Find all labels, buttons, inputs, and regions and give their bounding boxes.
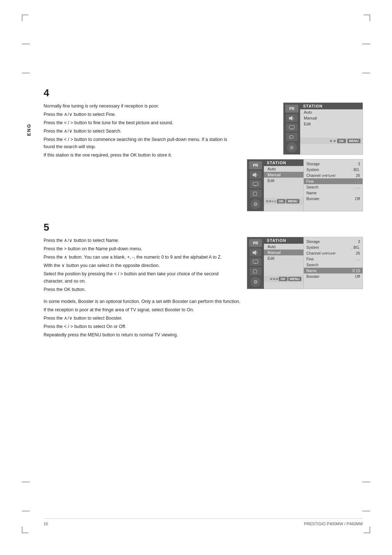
fine-value-sec4: . . . <box>355 179 360 183</box>
sec5-extra-p3: Press the ∧/∨ button to select Booster. <box>44 315 363 322</box>
screen-icon-sec4 <box>250 180 261 188</box>
num-label-sec4: 0-9 <box>272 200 276 203</box>
tv-ui-sec4: PR <box>247 159 363 211</box>
sec5-extra-p5: Repeatedly press the MENU button to retu… <box>44 331 363 339</box>
gear-icon-top: ⚙ <box>287 142 297 153</box>
detail-name-sec5: Name S 15 <box>304 268 363 274</box>
svg-rect-9 <box>253 182 258 186</box>
ok-button-sec4[interactable]: OK <box>277 199 286 203</box>
corner-mark-bl <box>22 527 28 533</box>
channel-value-sec4: 26 <box>356 173 360 178</box>
svg-rect-10 <box>255 186 257 186</box>
svg-rect-11 <box>253 192 257 195</box>
dot3-sec5 <box>276 278 278 280</box>
bottom-bar-top: OK MENU <box>300 138 363 144</box>
sec5-p4: With the ∨ button you can select in the … <box>44 262 236 269</box>
booster-value-sec4: Off <box>355 197 360 201</box>
speaker-icon-top <box>286 114 298 122</box>
pr-button-sec4[interactable]: PR <box>249 161 262 169</box>
detail-fine-sec5: Fine . . . <box>304 256 363 262</box>
search-label-sec5: Search <box>306 263 318 267</box>
booster-value-sec5: Off <box>355 274 360 279</box>
storage-label-sec5: Storage <box>306 239 320 244</box>
menu-manual-sec4[interactable]: Manual <box>264 172 303 178</box>
svg-rect-18 <box>253 270 257 273</box>
section5-layout: Press the ∧/∨ button to select Name. Pre… <box>44 237 363 294</box>
system-value-sec4: . BG. <box>351 167 360 172</box>
detail-storage-sec4: Storage 3 <box>304 161 363 167</box>
pr-button-top[interactable]: PR <box>285 105 298 113</box>
side-mark-lb2 <box>22 511 30 511</box>
detail-storage-sec5: Storage 3 <box>304 239 363 244</box>
menu-auto-top[interactable]: Auto <box>300 109 363 115</box>
detail-channel-sec5: Channel VHF/UHF 26 <box>304 250 363 256</box>
tv-detail-sec5: Storage 3 System . BG. Channel VHF/UHF 2… <box>304 237 363 289</box>
booster-label-sec4: Booster <box>306 197 319 201</box>
side-mark-rm <box>362 73 370 73</box>
sec5-p2: Press the > button on the Name pull-down… <box>44 245 236 252</box>
menu-button-top[interactable]: MENU <box>347 139 361 143</box>
menu-edit-sec5[interactable]: Edit <box>264 255 303 261</box>
pr-button-sec5[interactable]: PR <box>249 239 262 247</box>
svg-rect-14 <box>253 251 254 254</box>
menu-edit-sec4[interactable]: Edit <box>264 178 303 183</box>
fine-value-sec5: . . . <box>355 257 360 261</box>
gear-icon-sec5: ⚙ <box>250 277 261 287</box>
page-model: PRESTIGIO P400MW / P460MW <box>304 522 363 526</box>
sec5-extra-p2: If the reception is poor at the fringe a… <box>44 306 363 313</box>
side-mark-rb1 <box>362 482 370 482</box>
detail-system-sec5: System . BG. <box>304 244 363 250</box>
tv-detail-sec4: Storage 3 System . BG. Channel VHF/UHF 2… <box>304 159 363 211</box>
side-mark-rt <box>362 44 370 44</box>
svg-rect-2 <box>289 126 294 129</box>
channel-label-sec5: Channel VHF/UHF <box>306 251 336 255</box>
bottom-bar-sec5: OK MENU <box>264 276 303 282</box>
menu-manual-sec5[interactable]: Manual <box>264 250 303 255</box>
tv-menu-sec4: STATION Auto Manual Edit 0-9 OK MENU <box>264 159 304 211</box>
channel-value-sec5: 26 <box>356 251 360 255</box>
side-mark-lm <box>22 73 30 73</box>
sec4-p3: Press the < / > button to fine tune for … <box>44 119 236 126</box>
menu-button-sec4[interactable]: MENU <box>286 199 299 203</box>
sec5-extra-p4: Press the < / > button to select On or O… <box>44 323 363 330</box>
section4-text: Normally fine tuning is only necessary i… <box>44 102 236 160</box>
system-label-sec5: System <box>306 245 319 250</box>
detail-search-sec5: Search <box>304 262 363 268</box>
menu-manual-top[interactable]: Manual <box>300 115 363 121</box>
fine-label-sec4: Fine <box>306 179 314 183</box>
menu-auto-sec5[interactable]: Auto <box>264 244 303 250</box>
tv-ui-top: PR <box>283 102 363 155</box>
side-mark-rb2 <box>362 511 370 511</box>
speaker-icon-sec5 <box>250 248 261 256</box>
dot2-sec5 <box>273 278 275 280</box>
name-label-sec5: Name <box>306 268 317 273</box>
page-footer: 16 PRESTIGIO P400MW / P460MW <box>44 518 363 526</box>
section5-ui: PR <box>247 237 363 289</box>
menu-auto-sec4[interactable]: Auto <box>264 166 303 172</box>
ok-button-top[interactable]: OK <box>337 139 346 143</box>
menu-edit-top[interactable]: Edit <box>300 121 363 127</box>
detail-search-sec4: Search . . . <box>304 184 363 190</box>
sec5-p1: Press the ∧/∨ button to select Name. <box>44 237 236 244</box>
timer-icon-sec4 <box>250 190 261 198</box>
search-value-sec4: . . . <box>355 185 360 189</box>
timer-icon-top: 1 <box>286 133 298 141</box>
svg-rect-7 <box>253 174 254 176</box>
side-mark-lb1 <box>22 482 30 482</box>
screen-icon-sec5 <box>250 258 261 266</box>
svg-marker-15 <box>254 250 256 255</box>
sec5-p3: Press the ∧ button. You can use a blank,… <box>44 254 236 261</box>
detail-name-sec4: Name <box>304 190 363 196</box>
sec4-p6: If this station is the one required, pre… <box>44 151 236 159</box>
section5-number: 5 <box>44 222 363 233</box>
section5-extra-text: In some models, Booster is an optional f… <box>44 298 363 339</box>
ok-button-sec5[interactable]: OK <box>279 277 287 281</box>
section4-number: 4 <box>44 87 363 99</box>
section4-layout: Normally fine tuning is only necessary i… <box>44 102 363 211</box>
gear-icon-sec4: ⚙ <box>250 199 261 209</box>
section4-ui: PR <box>247 102 363 211</box>
svg-rect-16 <box>253 260 258 263</box>
svg-marker-8 <box>254 173 256 177</box>
page-content: 4 Normally fine tuning is only necessary… <box>44 87 363 340</box>
menu-button-sec5[interactable]: MENU <box>288 277 302 281</box>
